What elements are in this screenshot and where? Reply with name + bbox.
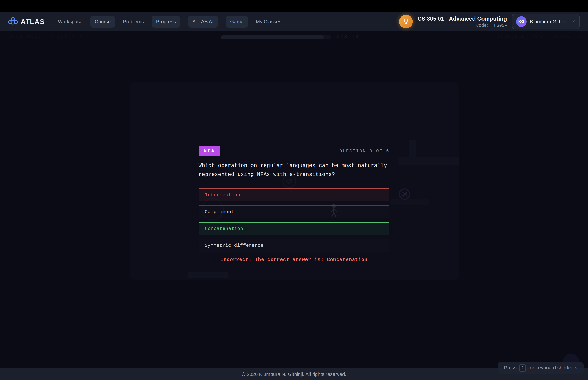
nav-item-progress[interactable]: Progress <box>152 16 180 28</box>
answer-option-concatenation[interactable]: Concatenation <box>199 222 389 235</box>
answer-option-complement[interactable]: Complement <box>199 205 389 218</box>
game-pillar-decor <box>409 140 417 157</box>
nav-item-atlas-ai[interactable]: ATLAS AI <box>188 16 218 28</box>
class-info: CS 305 01 - Advanced Computing Code: TH3… <box>417 15 507 28</box>
answer-option-symmetric-difference[interactable]: Symmetric difference <box>199 239 389 252</box>
quiz-card: NFA QUESTION 3 OF 6 Which operation on r… <box>199 146 389 263</box>
quiz-timer-progressbar <box>221 35 331 39</box>
brand-name: ATLAS <box>21 18 45 25</box>
top-black-strip <box>0 0 588 12</box>
lightbulb-button[interactable] <box>399 15 413 28</box>
chevron-down-icon <box>571 19 576 24</box>
hint-rest-label: for keyboard shortcuts <box>529 365 577 371</box>
quiz-header: NFA QUESTION 3 OF 6 <box>199 146 389 156</box>
game-platform-decor <box>398 157 458 165</box>
atlas-logo-icon <box>8 17 18 27</box>
copyright-text: © 2026 Kiumbura N. Githinji. All rights … <box>242 372 346 377</box>
attempt-label: ATTEMPT 0 <box>50 34 84 39</box>
quiz-mode-label: QUIZ MODE <box>8 34 42 39</box>
game-platform-decor <box>188 272 228 278</box>
game-checkpoint-q6: Q6 <box>399 189 410 200</box>
question-mark-key: ? <box>519 364 526 372</box>
question-text: Which operation on regular languages can… <box>199 161 389 179</box>
answer-feedback: Incorrect. The correct answer is: Concat… <box>199 257 389 263</box>
navbar: ATLAS Workspace Course Problems Progress… <box>0 12 588 31</box>
user-menu[interactable]: KG Kiumbura Githinji <box>512 14 580 29</box>
score-counter: SCORE: 2 <box>553 34 581 39</box>
game-ledge-decor <box>391 199 429 206</box>
hint-press-label: Press <box>504 365 516 371</box>
topic-badge: NFA <box>199 146 220 156</box>
quiz-timer-progress-fill <box>221 35 324 39</box>
nav-links: Workspace Course Problems Progress ATLAS… <box>58 16 281 28</box>
answer-option-intersection[interactable]: Intersection <box>199 189 389 201</box>
class-code: Code: TH305F <box>417 23 507 28</box>
nav-item-course[interactable]: Course <box>90 16 115 28</box>
nav-item-game[interactable]: Game <box>226 16 248 28</box>
navbar-right: CS 305 01 - Advanced Computing Code: TH3… <box>399 14 580 29</box>
answer-options: Intersection Complement Concatenation Sy… <box>199 189 389 252</box>
user-name: Kiumbura Githinji <box>530 19 568 24</box>
nav-item-problems[interactable]: Problems <box>123 19 144 24</box>
quiz-timer-value: 278.78 <box>337 34 359 40</box>
answered-counter: ANSWERED: 2/6 <box>497 34 543 39</box>
question-counter: QUESTION 3 OF 6 <box>340 149 389 153</box>
quiz-hud-right: ANSWERED: 2/6 SCORE: 2 <box>497 34 581 39</box>
nav-item-workspace[interactable]: Workspace <box>58 19 82 24</box>
lightbulb-icon <box>402 18 410 25</box>
brand[interactable]: ATLAS <box>8 17 45 27</box>
nav-item-my-classes[interactable]: My Classes <box>256 19 281 24</box>
class-title: CS 305 01 - Advanced Computing <box>417 15 507 22</box>
avatar: KG <box>516 16 527 27</box>
keyboard-shortcuts-hint: Press ? for keyboard shortcuts <box>498 362 584 374</box>
quiz-hud-left: QUIZ MODE ATTEMPT 0 <box>8 34 84 39</box>
